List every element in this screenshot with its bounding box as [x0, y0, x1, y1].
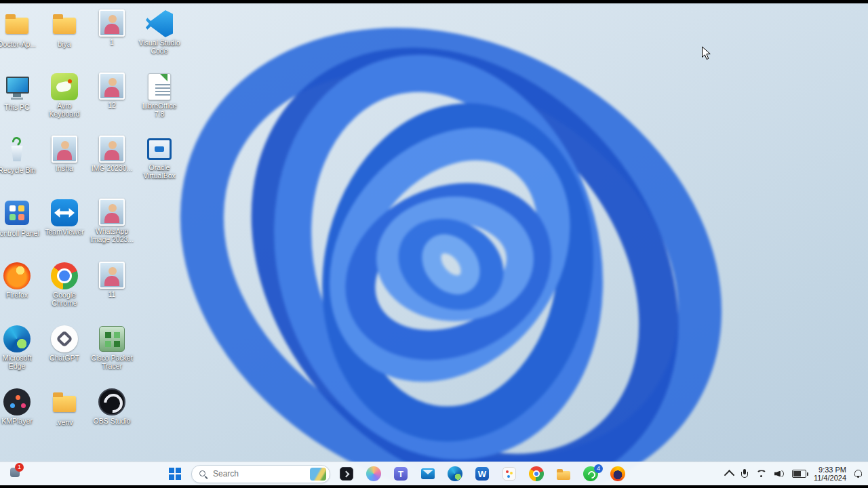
app-icon-letter: [528, 465, 545, 483]
search-icon: [199, 470, 208, 479]
notification-count-badge: 4: [594, 464, 603, 473]
windows-logo-icon: [166, 465, 184, 483]
taskbar: 1: [0, 462, 868, 485]
photo-icon: [99, 9, 125, 37]
taskbar-app-teams[interactable]: T: [389, 464, 413, 484]
clock[interactable]: 9:33 PM 11/4/2024: [814, 466, 846, 483]
terminal-icon: [338, 465, 355, 483]
foldertb-icon: [555, 465, 572, 483]
desktop-icon-visual-studio-code[interactable]: Visual Studio Code: [137, 9, 182, 55]
search-daily-image[interactable]: [310, 468, 326, 481]
app-icon-letter: T: [392, 465, 410, 483]
desktop: Doctor-Ap... This PC Recycle Bin Control…: [0, 3, 868, 485]
taskbar-center: T W: [163, 462, 630, 485]
teamviewer-icon: [51, 199, 78, 226]
taskbar-app-edge[interactable]: [443, 464, 467, 484]
desktop-icon-whatsapp-image-2023[interactable]: WhatsApp Image 2023...: [90, 198, 134, 243]
notification-bell-icon[interactable]: [854, 469, 863, 479]
desktop-icon-firefox[interactable]: Firefox: [0, 261, 39, 299]
app-icon-letter: [500, 465, 518, 483]
desktop-icon-label: Recycle Bin: [0, 166, 39, 174]
search-input[interactable]: [212, 468, 306, 479]
chrometb-icon: [528, 465, 545, 483]
desktop-icon-label: This PC: [0, 103, 39, 111]
teams-icon: T: [392, 465, 410, 483]
show-hidden-icons-chevron-icon[interactable]: [724, 470, 735, 481]
desktop-icon-label: Doctor-Ap...: [0, 40, 39, 48]
desktop-icon-label: ChatGPT: [42, 354, 87, 362]
app-icon-letter: [446, 465, 464, 483]
taskbar-app-paint[interactable]: [497, 464, 521, 484]
desktop-icon-img-20230[interactable]: IMG 20230...: [90, 135, 134, 172]
paint-icon: [500, 465, 518, 483]
desktop-icon-google-chrome[interactable]: Google Chrome: [42, 261, 87, 307]
desktop-icon-label: 12: [90, 101, 134, 109]
desktop-icon-obs-studio[interactable]: OBS Studio: [90, 387, 134, 425]
desktop-icon-avro-keyboard[interactable]: Avro Keyboard: [42, 72, 87, 118]
edgetb-icon: [446, 465, 464, 483]
desktop-icon-control-panel[interactable]: Controll Panel: [0, 198, 39, 237]
desktop-icon-microsoft-edge[interactable]: Microsoft Edge: [0, 324, 39, 370]
desktop-icon-photo-12[interactable]: 12: [90, 72, 134, 109]
desktop-icon-kmplayer[interactable]: KMPlayer: [0, 387, 39, 425]
desktop-icon-grid: Doctor-Ap... This PC Recycle Bin Control…: [0, 3, 868, 485]
desktop-icon-cisco-packet-tracer[interactable]: Cisco Packet Tracer: [90, 324, 134, 370]
app-icon-letter: [555, 465, 572, 483]
desktop-icon-label: LibreOffice 7.8: [137, 102, 182, 118]
desktop-icon-label: IMG 20230...: [90, 164, 134, 172]
firefox-icon: [3, 262, 31, 289]
desktop-icon-label: .venv: [42, 418, 87, 426]
desktop-icon-libreoffice[interactable]: LibreOffice 7.8: [137, 72, 182, 118]
notification-count-badge: 1: [15, 463, 24, 472]
desktop-icon-label: 11: [90, 290, 134, 298]
taskbar-app-outlook[interactable]: [416, 464, 440, 484]
desktop-icon-label: Cisco Packet Tracer: [90, 354, 134, 370]
taskbar-app-terminal[interactable]: [334, 464, 359, 484]
desktop-icon-label: Microsoft Edge: [0, 354, 39, 370]
recycle-icon: [2, 135, 32, 165]
desktop-icon-photo-11[interactable]: 11: [90, 261, 134, 298]
taskbar-app-copilot[interactable]: [361, 464, 386, 484]
desktop-icon-biya[interactable]: biya: [42, 9, 87, 48]
desktop-icon-label: OBS Studio: [90, 417, 134, 425]
desktop-icon-this-pc[interactable]: This PC: [0, 72, 39, 111]
desktop-icon-teamviewer[interactable]: TeamViewer: [42, 198, 87, 236]
desktop-icon-venv[interactable]: .venv: [42, 387, 87, 426]
photo-icon: [99, 262, 125, 289]
desktop-icon-label: TeamViewer: [42, 228, 87, 236]
desktop-icon-photo-1[interactable]: 1: [90, 9, 134, 46]
desktop-icon-label: Insha: [42, 164, 87, 172]
wifi-icon[interactable]: [756, 470, 767, 479]
clock-date: 11/4/2024: [814, 474, 846, 483]
volume-icon[interactable]: [774, 470, 785, 479]
desktop-icon-recycle-bin[interactable]: Recycle Bin: [0, 135, 39, 174]
desktop-icon-insha[interactable]: Insha: [42, 135, 87, 172]
photo-icon: [99, 136, 125, 163]
taskbar-app-whatsapp[interactable]: 4: [578, 464, 603, 484]
tray-overflow-icon[interactable]: 1: [8, 466, 22, 479]
folder-icon: [50, 387, 79, 417]
desktop-icon-label: Controll Panel: [0, 229, 39, 237]
taskbar-app-word[interactable]: W: [470, 464, 494, 484]
microphone-icon[interactable]: [741, 469, 749, 479]
photo-icon: [52, 136, 77, 163]
search-box[interactable]: [191, 465, 330, 483]
desktop-icon-chatgpt[interactable]: ChatGPT: [42, 324, 87, 362]
start-button[interactable]: [163, 464, 187, 484]
outlook-icon: [419, 465, 437, 483]
desktop-icon-oracle-virtualbox[interactable]: Oracle VirtualBox: [137, 135, 182, 180]
taskbar-app-file-explorer[interactable]: [551, 464, 576, 484]
battery-icon[interactable]: [792, 470, 806, 478]
desktop-icon-doctor-app[interactable]: Doctor-Ap...: [0, 9, 39, 48]
word-icon: W: [473, 465, 491, 483]
folder-icon: [50, 9, 79, 39]
taskbar-app-row: T W: [334, 464, 630, 484]
desktop-icon-label: Google Chrome: [42, 291, 87, 307]
firefoxtb-icon: [609, 465, 627, 483]
obs-icon: [98, 388, 125, 415]
desktop-icon-label: Avro Keyboard: [42, 102, 87, 118]
clock-time: 9:33 PM: [814, 466, 846, 474]
desktop-icon-label: 1: [90, 38, 134, 46]
taskbar-app-firefox[interactable]: [606, 464, 630, 484]
taskbar-app-chrome[interactable]: [524, 464, 549, 484]
